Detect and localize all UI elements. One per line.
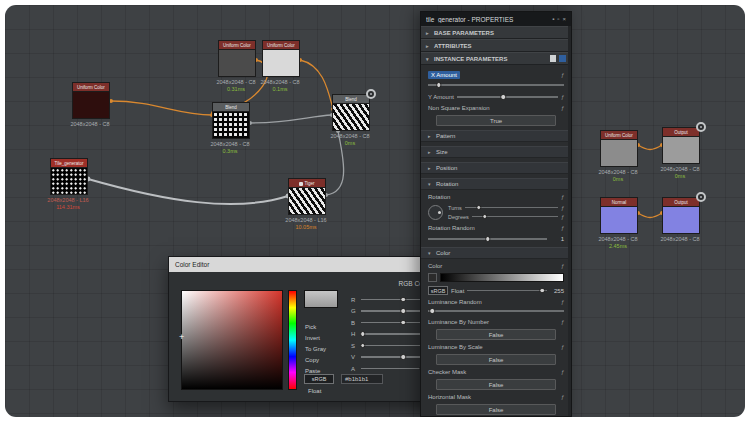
panel-scrollbar[interactable] [568, 26, 571, 416]
luminance-by-scale-button[interactable]: False [436, 354, 556, 365]
subsection-rotation[interactable]: ▾ Rotation [421, 178, 571, 190]
pin-icon[interactable]: ▪ [552, 16, 554, 22]
sv-picker-cursor: + [179, 332, 184, 342]
function-icon[interactable]: ƒ [561, 205, 564, 211]
node-time: 0ms [324, 140, 376, 147]
node-tiger[interactable]: Tiger 2048x2048 - L16 10.05ms [288, 178, 326, 231]
blue-slider[interactable] [361, 319, 425, 327]
luminance-by-number-button[interactable]: False [436, 329, 556, 340]
saturation-value-picker[interactable] [181, 290, 283, 390]
hue-value-slider[interactable] [361, 330, 425, 338]
node-title: Output [662, 127, 700, 136]
float-mode-button[interactable]: Float [308, 388, 321, 394]
node-uniform-color-3[interactable]: Uniform Color 2048x2048 - C8 0.1ms [262, 40, 300, 93]
wire[interactable] [111, 101, 212, 115]
function-icon[interactable]: ƒ [561, 369, 564, 375]
close-icon[interactable]: × [562, 16, 566, 22]
wire[interactable] [638, 145, 662, 150]
wire[interactable] [638, 213, 662, 218]
rotation-random-slider[interactable] [428, 235, 547, 243]
function-icon[interactable]: ƒ [561, 214, 564, 220]
function-icon[interactable]: ƒ [561, 225, 564, 231]
node-tile-generator[interactable]: Tile_generator 2048x2048 - L16 114.31ms [50, 158, 88, 211]
float-button[interactable]: Float [451, 288, 464, 294]
wire[interactable] [250, 115, 332, 123]
param-checker-mask-label: Checker Mask [428, 369, 466, 375]
properties-titlebar[interactable]: tile_generator - PROPERTIES ▪ ▫ × [421, 12, 571, 26]
function-icon[interactable]: ƒ [561, 263, 564, 269]
slider-label: A [351, 366, 358, 372]
function-icon[interactable]: ƒ [561, 94, 564, 100]
node-uniform-color-4[interactable]: Uniform Color 2048x2048 - C8 0ms [600, 130, 638, 183]
srgb-button[interactable]: sRGB [428, 286, 448, 295]
node-blend-2[interactable]: Blend 2048x2048 - C8 0ms [332, 94, 370, 147]
srgb-mode-button[interactable]: sRGB [304, 374, 334, 384]
subsection-position[interactable]: ▸ Position [421, 162, 571, 174]
y-amount-slider[interactable] [457, 93, 558, 101]
non-square-expansion-button[interactable]: True [436, 115, 556, 126]
color-editor-titlebar[interactable]: Color Editor [169, 257, 447, 272]
slider-label: R [351, 297, 358, 303]
value-slider[interactable] [361, 353, 425, 361]
subsection-pattern[interactable]: ▸ Pattern [421, 130, 571, 142]
node-blend-1[interactable]: Blend 2048x2048 - C8 0.3ms [212, 102, 250, 155]
expose-icon[interactable] [559, 55, 566, 62]
node-output-1[interactable]: Output 2048x2048 - C8 0ms [662, 127, 700, 180]
color-editor-window: Color Editor + Pick Invert To Gray Copy … [168, 256, 448, 402]
color-alpha-slider[interactable] [467, 287, 547, 295]
rotation-dial[interactable] [428, 205, 443, 220]
to-gray-button[interactable]: To Gray [305, 346, 326, 352]
turns-label: Turns [448, 205, 462, 211]
checker-mask-button[interactable]: False [436, 379, 556, 390]
function-icon[interactable]: ƒ [561, 105, 564, 111]
node-output-2[interactable]: Output 2048x2048 - C8 [662, 197, 700, 243]
node-resolution: 2048x2048 - C8 [592, 236, 644, 243]
function-icon[interactable]: ƒ [561, 72, 564, 78]
color-gradient-bar[interactable] [440, 273, 564, 282]
color-chip[interactable] [428, 273, 437, 282]
section-instance-parameters[interactable]: ▾ INSTANCE PARAMETERS [421, 52, 571, 65]
function-icon[interactable]: ƒ [561, 194, 564, 200]
node-title: Uniform Color [262, 40, 300, 49]
node-thumbnail [288, 187, 326, 215]
node-time: 0ms [592, 176, 644, 183]
invert-button[interactable]: Invert [305, 335, 320, 341]
node-normal[interactable]: Normal 2048x2048 - C8 2.45ms [600, 197, 638, 250]
node-uniform-color-1[interactable]: Uniform Color 2048x2048 - C8 [72, 82, 110, 128]
degrees-slider[interactable] [472, 213, 558, 221]
wire[interactable] [88, 179, 288, 204]
param-x-amount-label[interactable]: X Amount [428, 71, 460, 79]
pick-button[interactable]: Pick [305, 324, 316, 330]
node-resolution: 2048x2048 - C8 [324, 133, 376, 140]
function-icon[interactable]: ƒ [561, 319, 564, 325]
param-non-square-label: Non Square Expansion [428, 105, 490, 111]
section-label: INSTANCE PARAMETERS [434, 56, 507, 62]
turns-slider[interactable] [465, 204, 558, 212]
node-graph-canvas[interactable]: Uniform Color 2048x2048 - C8 Uniform Col… [5, 5, 745, 417]
float-icon[interactable]: ▫ [557, 16, 559, 22]
function-icon[interactable]: ƒ [561, 299, 564, 305]
properties-title: tile_generator - PROPERTIES [426, 16, 549, 23]
hue-slider[interactable] [288, 290, 297, 390]
x-amount-slider[interactable] [428, 81, 564, 89]
alpha-slider[interactable] [361, 365, 425, 373]
subsection-size[interactable]: ▸ Size [421, 146, 571, 158]
green-slider[interactable] [361, 307, 425, 315]
copy-button[interactable]: Copy [305, 357, 319, 363]
horizontal-mask-button[interactable]: False [436, 404, 556, 415]
saturation-slider[interactable] [361, 342, 425, 350]
subsection-color[interactable]: ▾ Color [421, 247, 571, 259]
function-icon[interactable]: ƒ [561, 394, 564, 400]
node-uniform-color-2[interactable]: Uniform Color 2048x2048 - C8 0.31ms [218, 40, 256, 93]
section-base-parameters[interactable]: ▸ BASE PARAMETERS [421, 26, 571, 39]
preset-icon[interactable] [550, 55, 556, 62]
red-slider[interactable] [361, 296, 425, 304]
param-rotation-random-label: Rotation Random [428, 225, 475, 231]
function-icon[interactable]: ƒ [561, 344, 564, 350]
luminance-random-slider[interactable] [428, 307, 564, 315]
subsection-label: Color [436, 250, 450, 256]
node-time: 0ms [654, 173, 706, 180]
color-alpha-value: 255 [550, 288, 564, 294]
section-attributes[interactable]: ▸ ATTRIBUTES [421, 39, 571, 52]
hex-color-field[interactable]: #b1b1b1 [341, 374, 383, 384]
